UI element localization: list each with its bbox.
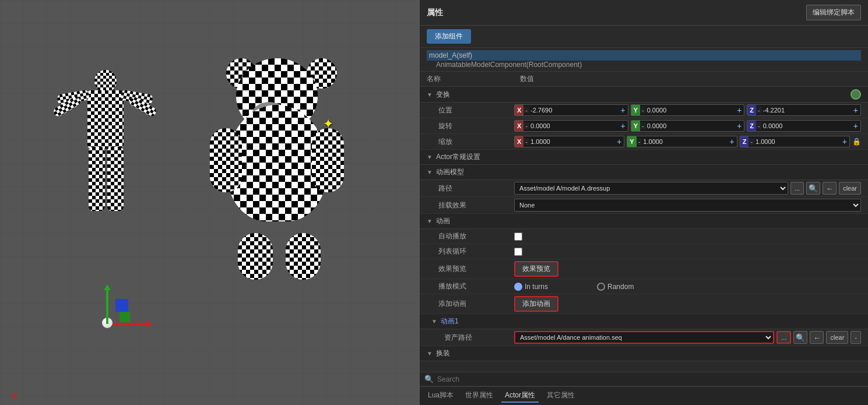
position-z-input[interactable]	[762, 107, 792, 114]
prop-add-animation: 添加动画 添加动画	[420, 294, 868, 314]
asset-path-back-button[interactable]: ←	[810, 331, 824, 344]
path-select[interactable]: Asset/model A/model A.dressup	[514, 182, 788, 195]
rotation-z-plus[interactable]: +	[851, 121, 860, 131]
position-z-plus[interactable]: +	[851, 105, 860, 115]
col-value-header: 数值	[520, 74, 534, 84]
scale-z-input[interactable]	[754, 138, 785, 145]
prop-play-mode: 播放模式 In turns Random	[420, 279, 868, 294]
asset-path-search-button[interactable]: 🔍	[793, 331, 807, 344]
rotation-x-field[interactable]: X - +	[514, 120, 628, 132]
section-anim-model-label: 动画模型	[436, 167, 464, 177]
position-z-minus[interactable]: -	[756, 107, 762, 114]
asset-path-minus-button[interactable]: -	[851, 331, 861, 344]
tab-world[interactable]: 世界属性	[462, 389, 497, 403]
path-search-button[interactable]: 🔍	[806, 182, 820, 195]
position-x-minus[interactable]: -	[523, 107, 529, 114]
asset-path-clear-button[interactable]: clear	[826, 331, 848, 344]
tab-actor[interactable]: Actor属性	[501, 389, 539, 403]
rotation-y-minus[interactable]: -	[640, 122, 646, 129]
position-z-field[interactable]: Z - +	[747, 104, 861, 116]
scale-x-field[interactable]: X - +	[514, 136, 624, 147]
prop-scale-label: 缩放	[427, 137, 514, 147]
section-animation1-arrow: ▼	[431, 318, 437, 325]
play-mode-inturns-radio[interactable]	[514, 283, 522, 291]
prop-effect-preview-label: 效果预览	[427, 264, 514, 274]
scale-z-minus[interactable]: -	[748, 138, 754, 145]
scale-lock-icon[interactable]: 🔒	[852, 138, 861, 146]
section-animation[interactable]: ▼ 动画	[420, 214, 868, 229]
section-costume[interactable]: ▼ 换装	[420, 346, 868, 361]
asset-path-select[interactable]: Asset/model A/dance animation.seq	[514, 331, 774, 344]
section-transform[interactable]: ▼ 变换	[420, 87, 868, 103]
hang-effect-select[interactable]: None	[514, 199, 861, 212]
scale-x-prefix: X	[515, 136, 523, 147]
scale-y-plus[interactable]: +	[727, 137, 736, 146]
scale-z-plus[interactable]: +	[840, 137, 849, 146]
rotation-z-input[interactable]	[762, 122, 792, 129]
rotation-x-input[interactable]	[529, 122, 560, 129]
section-actor-label: Actor常规设置	[436, 152, 480, 162]
edit-script-button[interactable]: 编辑绑定脚本	[806, 5, 861, 20]
scale-y-input[interactable]	[642, 138, 672, 145]
scale-y-minus[interactable]: -	[637, 138, 642, 145]
position-y-input[interactable]	[646, 107, 676, 114]
component-self[interactable]: model_A(self)	[427, 50, 861, 61]
section-anim-model[interactable]: ▼ 动画模型	[420, 165, 868, 180]
section-animation1[interactable]: ▼ 动画1	[420, 314, 868, 329]
col-name-header: 名称	[427, 74, 520, 84]
path-back-button[interactable]: ←	[823, 182, 837, 195]
component-root[interactable]: AnimatableModelComponent(RootComponent)	[427, 61, 861, 69]
prop-position-label: 位置	[427, 105, 514, 115]
prop-path-value: Asset/model A/model A.dressup ... 🔍 ← cl…	[514, 182, 861, 195]
position-y-plus[interactable]: +	[735, 105, 744, 115]
list-loop-checkbox[interactable]	[514, 248, 522, 256]
section-actor-arrow: ▼	[427, 154, 433, 160]
bear-arm-right	[312, 128, 344, 192]
search-input[interactable]	[437, 375, 863, 383]
human-torso	[87, 90, 124, 149]
scale-x-minus[interactable]: -	[523, 138, 529, 145]
props-content[interactable]: 名称 数值 ▼ 变换 位置 X - +	[420, 72, 868, 372]
play-mode-random-radio[interactable]	[597, 283, 605, 291]
position-coords: X - + Y - + Z - +	[514, 104, 861, 116]
scale-z-prefix: Z	[740, 136, 749, 147]
position-y-minus[interactable]: -	[640, 107, 646, 114]
scale-z-field[interactable]: Z - +	[740, 136, 850, 147]
play-mode-inturns[interactable]: In turns	[514, 283, 548, 291]
scale-y-field[interactable]: Y - +	[627, 136, 737, 147]
gizmo-box-blue	[115, 299, 128, 312]
position-x-plus[interactable]: +	[618, 105, 627, 115]
rotation-y-field[interactable]: Y - +	[631, 120, 745, 132]
add-component-button[interactable]: 添加组件	[427, 29, 471, 44]
add-animation-button[interactable]: 添加动画	[514, 296, 558, 312]
position-x-input[interactable]	[529, 107, 560, 114]
rotation-x-plus[interactable]: +	[618, 121, 627, 131]
viewport-3d[interactable]: ✦ X	[0, 0, 420, 405]
section-actor-settings[interactable]: ▼ Actor常规设置	[420, 150, 868, 165]
asset-path-dots-button[interactable]: ...	[776, 331, 791, 344]
search-bar: 🔍	[420, 372, 868, 386]
auto-play-checkbox[interactable]	[514, 233, 522, 241]
scale-x-plus[interactable]: +	[614, 137, 624, 146]
prop-add-animation-value: 添加动画	[514, 296, 861, 312]
rotation-y-plus[interactable]: +	[735, 121, 744, 131]
section-animation1-label: 动画1	[441, 316, 459, 326]
path-clear-button[interactable]: clear	[839, 182, 861, 195]
play-mode-random-label: Random	[607, 283, 634, 291]
prop-auto-play: 自动播放	[420, 229, 868, 244]
tab-other[interactable]: 其它属性	[543, 389, 578, 403]
tab-lua[interactable]: Lua脚本	[424, 389, 457, 403]
transform-indicator	[851, 89, 861, 100]
play-mode-random[interactable]: Random	[597, 283, 634, 291]
effect-preview-button[interactable]: 效果预览	[514, 261, 558, 277]
position-x-field[interactable]: X - +	[514, 104, 628, 116]
human-leg-right	[107, 147, 124, 211]
rotation-x-minus[interactable]: -	[523, 122, 529, 129]
panel-header: 属性 编辑绑定脚本	[420, 0, 868, 26]
path-dots-button[interactable]: ...	[790, 182, 804, 195]
position-y-field[interactable]: Y - +	[631, 104, 745, 116]
scale-x-input[interactable]	[529, 138, 560, 145]
rotation-y-input[interactable]	[646, 122, 676, 129]
rotation-z-minus[interactable]: -	[756, 122, 762, 129]
rotation-z-field[interactable]: Z - +	[747, 120, 861, 132]
